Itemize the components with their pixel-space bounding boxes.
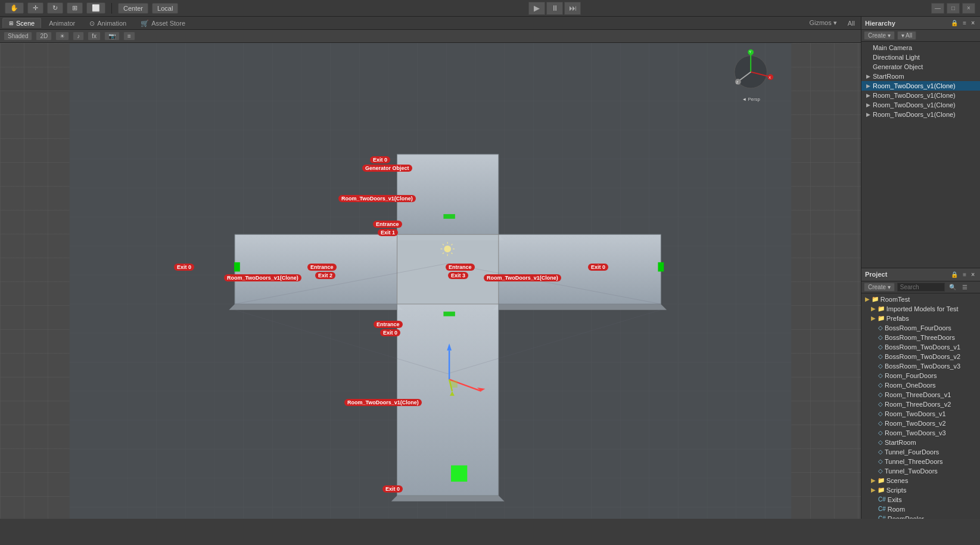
project-item-prefabs[interactable]: ▶ 📁 Prefabs bbox=[861, 314, 980, 323]
hierarchy-lock-button[interactable]: 🔒 bbox=[949, 19, 960, 27]
project-item-exits[interactable]: C# Exits bbox=[861, 495, 980, 504]
hand-tool-button[interactable]: ✋ bbox=[5, 2, 24, 14]
lighting-button[interactable]: ☀ bbox=[55, 32, 69, 41]
hierarchy-more-button[interactable]: ≡ bbox=[961, 19, 968, 27]
project-search-input[interactable] bbox=[897, 283, 945, 292]
tab-animator[interactable]: Animator bbox=[42, 18, 82, 28]
item-label: BossRoom_TwoDoors_v1 bbox=[885, 343, 960, 351]
hierarchy-item-room-clone-3[interactable]: ▶ Room_TwoDoors_v1(Clone) bbox=[861, 100, 980, 110]
play-button[interactable]: ▶ bbox=[528, 2, 545, 15]
project-item-room-onedoors[interactable]: ◇ Room_OneDoors bbox=[861, 380, 980, 390]
svg-marker-44 bbox=[499, 234, 661, 304]
rotate-tool-button[interactable]: ↻ bbox=[47, 2, 63, 14]
hierarchy-item-room-clone-2[interactable]: ▶ Room_TwoDoors_v1(Clone) bbox=[861, 91, 980, 100]
asset-icon: ◇ bbox=[878, 410, 883, 417]
project-item-tunnel-fourdoors[interactable]: ◇ Tunnel_FourDoors bbox=[861, 447, 980, 457]
hierarchy-create-button[interactable]: Create ▾ bbox=[864, 31, 895, 40]
tab-asset-store[interactable]: 🛒 Asset Store bbox=[134, 18, 192, 29]
project-item-bossroom-twodoors-v2[interactable]: ◇ BossRoom_TwoDoors_v2 bbox=[861, 352, 980, 361]
minimize-button[interactable]: — bbox=[931, 3, 944, 14]
item-label: Tunnel_ThreeDoors bbox=[885, 458, 942, 465]
window-controls: — □ × bbox=[931, 3, 975, 14]
search-icon[interactable]: 🔍 bbox=[947, 283, 958, 291]
label-exit3-right: Exit 3 bbox=[448, 272, 468, 279]
label-entrance-left: Entrance bbox=[307, 264, 337, 271]
project-item-roompooler[interactable]: C# RoomPooler bbox=[861, 514, 980, 519]
project-item-room-threedoors-v2[interactable]: ◇ Room_ThreeDoors_v2 bbox=[861, 400, 980, 409]
asset-icon: ◇ bbox=[878, 391, 883, 398]
project-item-scenes[interactable]: ▶ 📁 Scenes bbox=[861, 476, 980, 485]
project-title: Project bbox=[865, 271, 887, 278]
step-button[interactable]: ⏭ bbox=[564, 2, 581, 15]
item-label: Room_OneDoors bbox=[885, 382, 936, 389]
hierarchy-header: Hierarchy 🔒 ≡ × bbox=[861, 17, 980, 30]
project-item-startroom[interactable]: ◇ StartRoom bbox=[861, 438, 980, 447]
label-room-top: Room_TwoDoors_v1(Clone) bbox=[338, 195, 416, 202]
project-item-room-twodoors-v3[interactable]: ◇ Room_TwoDoors_v3 bbox=[861, 428, 980, 438]
project-item-scripts[interactable]: ▶ 📁 Scripts bbox=[861, 485, 980, 495]
hierarchy-close-button[interactable]: × bbox=[969, 19, 976, 27]
svg-marker-45 bbox=[493, 304, 667, 310]
maximize-button[interactable]: □ bbox=[947, 3, 960, 14]
project-item-room-threedoors-v1[interactable]: ◇ Room_ThreeDoors_v1 bbox=[861, 390, 980, 400]
svg-rect-54 bbox=[234, 262, 240, 272]
item-label: Prefabs bbox=[886, 315, 909, 322]
camera-button[interactable]: 📷 bbox=[104, 32, 120, 41]
hierarchy-item-room-clone-4[interactable]: ▶ Room_TwoDoors_v1(Clone) bbox=[861, 110, 980, 119]
scale-tool-button[interactable]: ⊞ bbox=[67, 2, 83, 14]
item-label: Room_TwoDoors_v1(Clone) bbox=[873, 82, 956, 89]
audio-button[interactable]: ♪ bbox=[73, 32, 84, 41]
all-button[interactable]: All bbox=[844, 19, 858, 27]
asset-icon: ◇ bbox=[878, 420, 883, 426]
item-label: Room_FourDoors bbox=[885, 372, 937, 379]
project-item-room-twodoors-v1[interactable]: ◇ Room_TwoDoors_v1 bbox=[861, 409, 980, 419]
asset-icon: ◇ bbox=[878, 324, 883, 331]
item-label: Room_TwoDoors_v3 bbox=[885, 429, 946, 436]
project-item-room-fourdoors[interactable]: ◇ Room_FourDoors bbox=[861, 371, 980, 380]
effects-button[interactable]: fx bbox=[88, 32, 101, 41]
project-more-button[interactable]: ≡ bbox=[961, 271, 968, 278]
label-exit0-left: Exit 0 bbox=[174, 264, 194, 271]
project-item-roomtest[interactable]: ▶ 📁 RoomTest bbox=[861, 295, 980, 304]
project-item-imported-models[interactable]: ▶ 📁 Imported Models for Test bbox=[861, 304, 980, 314]
tab-scene[interactable]: ⊞ Scene bbox=[2, 18, 41, 28]
project-create-button[interactable]: Create ▾ bbox=[864, 283, 895, 292]
pivot-local-button[interactable]: Local bbox=[152, 3, 178, 14]
scene-viewport[interactable]: Y X Z ◄ Persp Exit 0 Generator Object Ro… bbox=[0, 43, 861, 519]
gizmos-button[interactable]: Gizmos ▾ bbox=[805, 18, 840, 27]
project-item-bossroom-twodoors-v1[interactable]: ◇ BossRoom_TwoDoors_v1 bbox=[861, 342, 980, 352]
project-lock-button[interactable]: 🔒 bbox=[949, 271, 960, 278]
tab-bar: ⊞ Scene Animator ⊙ Animation 🛒 Asset Sto… bbox=[0, 17, 861, 30]
project-item-bossroom-fourdoors[interactable]: ◇ BossRoom_FourDoors bbox=[861, 323, 980, 333]
rect-tool-button[interactable]: ⬜ bbox=[86, 2, 105, 14]
tab-bar-right: Gizmos ▾ All bbox=[805, 18, 858, 27]
hierarchy-item-directional-light[interactable]: Directional Light bbox=[861, 52, 980, 62]
project-item-room[interactable]: C# Room bbox=[861, 504, 980, 514]
shaded-button[interactable]: Shaded bbox=[4, 32, 32, 41]
hierarchy-item-start-room[interactable]: ▶ StartRoom bbox=[861, 72, 980, 81]
2d-button[interactable]: 2D bbox=[36, 32, 52, 41]
project-item-bossroom-threedoors[interactable]: ◇ BossRoom_ThreeDoors bbox=[861, 333, 980, 342]
svg-text:◄ Persp: ◄ Persp bbox=[742, 97, 760, 102]
tab-animation[interactable]: ⊙ Animation bbox=[83, 18, 133, 29]
hierarchy-all-button[interactable]: ▾ All bbox=[897, 31, 916, 40]
pause-button[interactable]: ⏸ bbox=[546, 2, 563, 15]
project-item-tunnel-threedoors[interactable]: ◇ Tunnel_ThreeDoors bbox=[861, 457, 980, 466]
hierarchy-item-main-camera[interactable]: Main Camera bbox=[861, 43, 980, 52]
layers-button[interactable]: ≡ bbox=[123, 32, 135, 41]
project-item-room-twodoors-v2[interactable]: ◇ Room_TwoDoors_v2 bbox=[861, 419, 980, 428]
project-item-tunnel-twodoors[interactable]: ◇ Tunnel_TwoDoors bbox=[861, 466, 980, 476]
move-tool-button[interactable]: ✛ bbox=[27, 2, 43, 14]
filter-icon[interactable]: ☰ bbox=[960, 283, 969, 291]
hierarchy-toolbar: Create ▾ ▾ All bbox=[861, 30, 980, 42]
label-exit1-center: Exit 1 bbox=[378, 229, 398, 236]
hierarchy-item-room-clone-1[interactable]: ▶ Room_TwoDoors_v1(Clone) bbox=[861, 81, 980, 91]
close-button[interactable]: × bbox=[962, 3, 975, 14]
hierarchy-item-generator-object[interactable]: Generator Object bbox=[861, 62, 980, 72]
project-item-bossroom-twodoors-v3[interactable]: ◇ BossRoom_TwoDoors_v3 bbox=[861, 361, 980, 371]
project-close-button[interactable]: × bbox=[969, 271, 976, 278]
pivot-center-button[interactable]: Center bbox=[118, 3, 148, 14]
script-icon: C# bbox=[878, 496, 886, 503]
asset-icon: ◇ bbox=[878, 363, 883, 369]
label-exit0-bottom-upper: Exit 0 bbox=[380, 329, 400, 336]
